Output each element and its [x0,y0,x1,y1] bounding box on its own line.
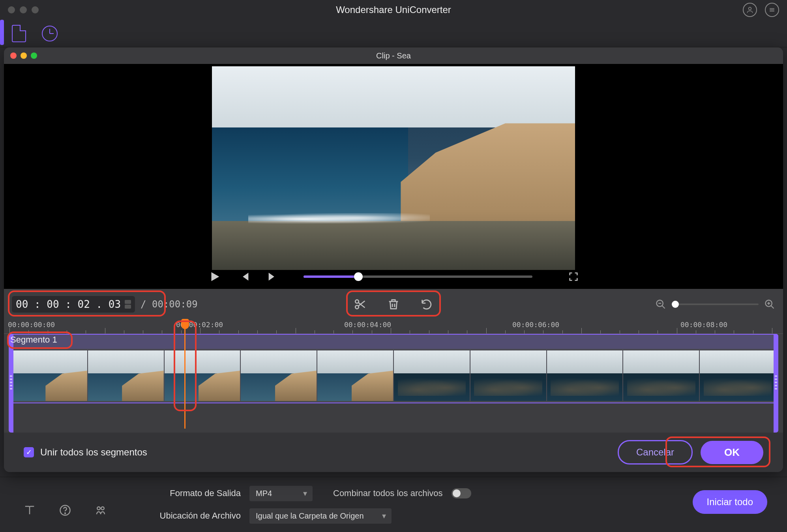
main-titlebar: Wondershare UniConverter [0,0,787,20]
current-time-input[interactable]: 00 : 00 : 02 . 03 [12,296,135,313]
merge-all-toggle[interactable] [452,488,471,498]
app-title: Wondershare UniConverter [0,4,787,15]
maximize-icon[interactable] [32,6,39,13]
trim-handle-left[interactable] [9,334,13,433]
merge-all-label: Combinar todos los archivos [333,488,443,498]
merge-segments-checkbox[interactable]: ✓ [24,447,34,457]
main-traffic-lights[interactable] [8,6,39,13]
timeline-ruler[interactable]: 00:00:00:00 00:00:02:00 00:00:04:00 00:0… [4,320,783,334]
output-format-select[interactable]: MP4 [249,486,313,501]
add-file-icon[interactable] [12,25,26,42]
editor-footer: ✓ Unir todos los segmentos Cancelar OK [4,433,783,472]
start-all-button[interactable]: Iniciar todo [693,490,767,514]
play-icon[interactable] [208,270,221,283]
file-location-label: Ubicación de Archivo [150,511,241,521]
svg-line-11 [662,306,665,309]
preview-area [4,64,783,289]
recent-icon[interactable] [42,26,58,41]
output-format-label: Formato de Salida [150,488,241,498]
svg-line-14 [771,306,774,309]
timeline[interactable]: 00:00:00:00 00:00:02:00 00:00:04:00 00:0… [4,320,783,433]
transport-controls [4,270,783,283]
svg-point-7 [101,507,104,510]
prev-frame-icon[interactable] [237,270,251,283]
svg-point-9 [355,305,359,309]
account-icon[interactable] [743,3,757,17]
merge-segments-label: Unir todos los segmentos [40,447,147,458]
scissors-icon[interactable] [354,298,367,311]
editor-close-icon[interactable] [10,52,17,59]
zoom-slider[interactable] [672,303,759,305]
fullscreen-icon[interactable] [568,271,579,282]
segment-label: Segmento 1 [10,335,57,345]
menu-icon[interactable] [765,3,779,17]
sidebar-active-indicator [0,20,4,45]
next-frame-icon[interactable] [266,270,280,283]
editor-maximize-icon[interactable] [31,52,37,59]
ruler-tick-label: 00:00:08:00 [680,320,727,329]
file-location-select[interactable]: Igual que la Carpeta de Origen [249,508,392,524]
cancel-button[interactable]: Cancelar [618,440,693,465]
clip-thumbnails [11,350,776,401]
editor-titlebar: Clip - Sea [4,47,783,64]
share-icon[interactable] [95,504,107,516]
book-icon[interactable] [24,504,36,516]
svg-point-0 [749,7,751,10]
output-format-value: MP4 [256,489,272,498]
playhead[interactable] [184,320,186,429]
zoom-in-icon[interactable] [764,299,775,310]
svg-point-6 [97,507,100,510]
current-time-value: 00 : 00 : 02 . 03 [16,298,121,310]
time-stepper[interactable] [125,300,131,309]
total-duration: / 00:00:09 [141,299,198,310]
clip-editor-window: Clip - Sea 00 : 00 : 02 . 03 [4,47,783,472]
editor-title: Clip - Sea [4,51,783,60]
main-footer: Formato de Salida MP4 Combinar todos los… [0,477,787,532]
zoom-out-icon[interactable] [655,299,666,310]
help-icon[interactable] [59,504,71,516]
editor-minimize-icon[interactable] [21,52,27,59]
svg-point-5 [65,513,66,514]
close-icon[interactable] [8,6,15,13]
editor-traffic-lights[interactable] [10,52,37,59]
controls-row: 00 : 00 : 02 . 03 / 00:00:09 [4,289,783,320]
ok-button[interactable]: OK [701,441,763,464]
minimize-icon[interactable] [20,6,27,13]
video-preview[interactable] [212,66,575,270]
ruler-tick-label: 00:00:06:00 [512,320,559,329]
main-toolbar [0,20,787,47]
trim-handle-right[interactable] [774,334,778,433]
ruler-tick-label: 00:00:00:00 [8,320,55,329]
edit-tools [354,298,433,311]
ruler-tick-label: 00:00:04:00 [344,320,391,329]
zoom-controls [655,299,775,310]
undo-icon[interactable] [420,298,433,311]
clip-track[interactable] [9,334,778,403]
playback-slider[interactable] [304,275,532,278]
file-location-value: Igual que la Carpeta de Origen [256,511,364,520]
svg-point-8 [355,300,359,303]
trash-icon[interactable] [387,298,400,311]
